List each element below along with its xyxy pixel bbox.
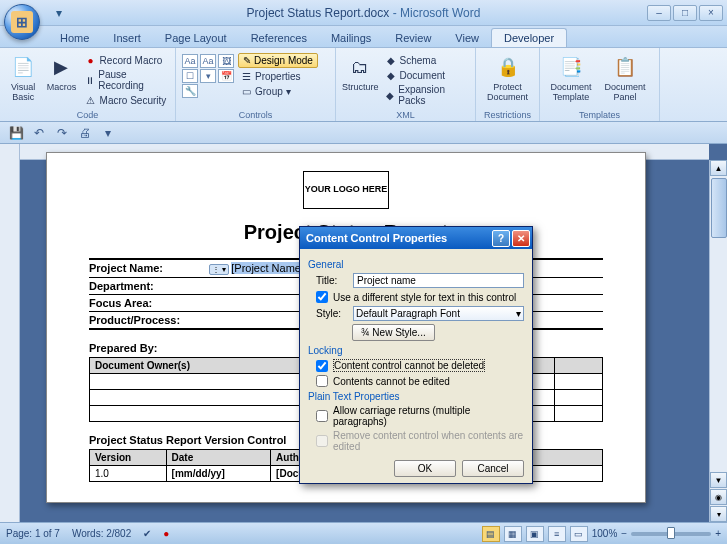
dialog-help-button[interactable]: ? [492, 230, 510, 247]
save-button[interactable]: 💾 [6, 124, 26, 142]
use-style-checkbox[interactable] [316, 291, 328, 303]
group-label-restrictions: Restrictions [476, 110, 539, 120]
section-locking: Locking [308, 345, 524, 356]
structure-button[interactable]: 🗂Structure [342, 50, 379, 92]
logo-placeholder: YOUR LOGO HERE [303, 171, 389, 209]
cannot-edit-checkbox[interactable] [316, 375, 328, 387]
pause-recording-button[interactable]: ⏸Pause Recording [83, 68, 169, 92]
section-plaintext: Plain Text Properties [308, 391, 524, 402]
document-panel-button[interactable]: 📋Document Panel [600, 50, 650, 102]
allow-cr-checkbox[interactable] [316, 410, 328, 422]
zoom-slider[interactable] [631, 532, 711, 536]
document-template-button[interactable]: 📑Document Template [546, 50, 596, 102]
tab-references[interactable]: References [239, 29, 319, 47]
tab-review[interactable]: Review [383, 29, 443, 47]
zoom-thumb[interactable] [667, 527, 675, 539]
cancel-button[interactable]: Cancel [462, 460, 524, 477]
date-control[interactable]: 📅 [218, 69, 234, 83]
page-status[interactable]: Page: 1 of 7 [6, 528, 60, 539]
structure-icon: 🗂 [347, 54, 373, 80]
proofing-icon[interactable]: ✔ [143, 528, 151, 539]
design-icon: ✎ [243, 55, 251, 66]
title-label: Title: [316, 275, 348, 286]
schema-icon: ◆ [385, 54, 397, 66]
dialog-title-bar[interactable]: Content Control Properties ? ✕ [300, 227, 532, 249]
web-layout-view[interactable]: ▣ [526, 526, 544, 542]
prev-page-button[interactable]: ◉ [710, 489, 727, 505]
ribbon-tabs: Home Insert Page Layout References Maili… [0, 26, 727, 48]
lock-icon: 🔒 [495, 54, 521, 80]
title-bar: ⊞ ▾ Project Status Report.docx - Microso… [0, 0, 727, 26]
new-style-icon: ¾ [361, 327, 369, 338]
qat-dropdown-icon[interactable]: ▾ [50, 4, 68, 22]
new-style-button[interactable]: ¾New Style... [352, 324, 435, 341]
protect-document-button[interactable]: 🔒Protect Document [482, 50, 533, 102]
group-xml: 🗂Structure ◆Schema ◆Document ◆Expansion … [336, 48, 476, 121]
macros-button[interactable]: ▶Macros [44, 50, 78, 92]
tab-view[interactable]: View [443, 29, 491, 47]
macro-security-button[interactable]: ⚠Macro Security [83, 93, 169, 107]
dropdown-control[interactable]: ▾ [200, 69, 216, 83]
cannot-edit-label: Contents cannot be edited [333, 376, 450, 387]
group-label-code: Code [0, 110, 175, 120]
undo-button[interactable]: ↶ [29, 124, 49, 142]
style-select[interactable]: Default Paragraph Font▾ [353, 306, 524, 321]
record-macro-button[interactable]: ●Record Macro [83, 53, 169, 67]
cannot-delete-checkbox[interactable] [316, 360, 328, 372]
redo-button[interactable]: ↷ [52, 124, 72, 142]
title-input[interactable] [353, 273, 524, 288]
qat2-dropdown[interactable]: ▾ [98, 124, 118, 142]
picture-control[interactable]: 🖼 [218, 54, 234, 68]
print-layout-view[interactable]: ▤ [482, 526, 500, 542]
maximize-button[interactable]: □ [673, 5, 697, 21]
full-screen-view[interactable]: ▦ [504, 526, 522, 542]
template-icon: 📑 [558, 54, 584, 80]
combo-control[interactable]: ☐ [182, 69, 198, 83]
schema-button[interactable]: ◆Schema [383, 53, 469, 67]
legacy-tools[interactable]: 🔧 [182, 84, 198, 98]
ok-button[interactable]: OK [394, 460, 456, 477]
office-button[interactable]: ⊞ [4, 4, 40, 40]
visual-basic-button[interactable]: 📄Visual Basic [6, 50, 40, 102]
scroll-down-button[interactable]: ▼ [710, 472, 727, 488]
cannot-delete-label: Content control cannot be deleted [333, 359, 485, 372]
vertical-scrollbar[interactable]: ▲ ▼ ◉ ▾ [709, 160, 727, 522]
group-protect: 🔒Protect Document Restrictions [476, 48, 540, 121]
scroll-thumb[interactable] [711, 178, 727, 238]
expansion-packs-button[interactable]: ◆Expansion Packs [383, 83, 469, 107]
tab-insert[interactable]: Insert [101, 29, 153, 47]
content-control-handle[interactable]: ⋮ ▾ [209, 264, 229, 275]
draft-view[interactable]: ▭ [570, 526, 588, 542]
plain-text-control[interactable]: Aa [200, 54, 216, 68]
properties-button[interactable]: ☰Properties [238, 69, 318, 83]
document-button[interactable]: ◆Document [383, 68, 469, 82]
rich-text-control[interactable]: Aa [182, 54, 198, 68]
field-label-product-process: Product/Process: [89, 314, 209, 326]
macro-status-icon[interactable]: ● [163, 528, 169, 539]
vertical-ruler[interactable] [0, 144, 20, 522]
shield-icon: ⚠ [85, 94, 97, 106]
zoom-level[interactable]: 100% [592, 528, 618, 539]
vb-icon: 📄 [10, 54, 36, 80]
dialog-close-button[interactable]: ✕ [512, 230, 530, 247]
design-mode-button[interactable]: ✎Design Mode [238, 53, 318, 68]
scroll-up-button[interactable]: ▲ [710, 160, 727, 176]
group-button[interactable]: ▭Group ▾ [238, 84, 318, 98]
print-button[interactable]: 🖨 [75, 124, 95, 142]
tab-page-layout[interactable]: Page Layout [153, 29, 239, 47]
tab-home[interactable]: Home [48, 29, 101, 47]
tab-developer[interactable]: Developer [491, 28, 567, 47]
close-button[interactable]: × [699, 5, 723, 21]
content-control-project-name[interactable]: [Project Name] [231, 262, 304, 274]
pause-icon: ⏸ [85, 74, 96, 86]
tab-mailings[interactable]: Mailings [319, 29, 383, 47]
group-label-templates: Templates [540, 110, 659, 120]
macros-icon: ▶ [48, 54, 74, 80]
word-count[interactable]: Words: 2/802 [72, 528, 131, 539]
next-page-button[interactable]: ▾ [710, 506, 727, 522]
field-label-project-name: Project Name: [89, 262, 209, 275]
zoom-out-button[interactable]: − [621, 528, 627, 539]
outline-view[interactable]: ≡ [548, 526, 566, 542]
minimize-button[interactable]: – [647, 5, 671, 21]
zoom-in-button[interactable]: + [715, 528, 721, 539]
